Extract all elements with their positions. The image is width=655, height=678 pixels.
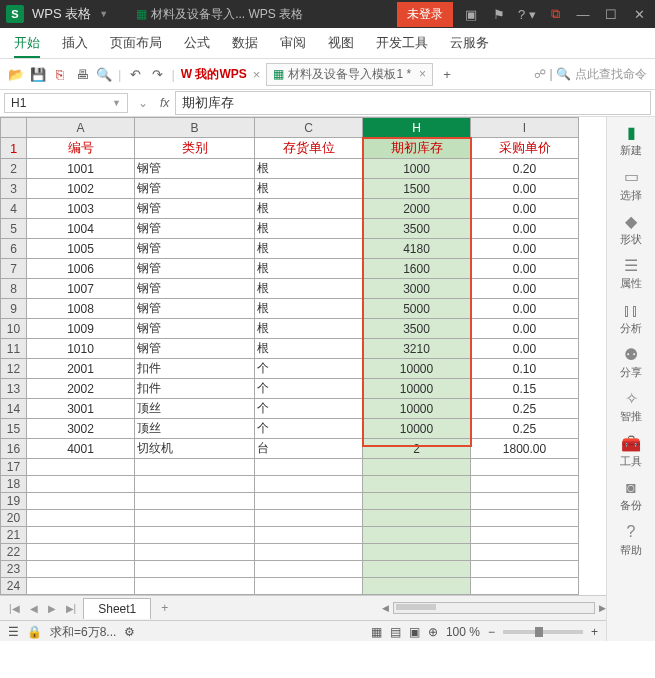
menu-item[interactable]: 视图: [328, 34, 354, 58]
cell[interactable]: [27, 527, 135, 544]
cell[interactable]: 0.00: [471, 299, 579, 319]
cell[interactable]: [27, 578, 135, 595]
cell[interactable]: 2000: [363, 199, 471, 219]
cell[interactable]: 钢管: [135, 159, 255, 179]
row-header[interactable]: 13: [1, 379, 27, 399]
cell[interactable]: 1010: [27, 339, 135, 359]
row-header[interactable]: 11: [1, 339, 27, 359]
cell[interactable]: [471, 510, 579, 527]
cell[interactable]: 根: [255, 199, 363, 219]
cell[interactable]: [471, 578, 579, 595]
cell[interactable]: [135, 476, 255, 493]
cell[interactable]: 3210: [363, 339, 471, 359]
cell[interactable]: 1007: [27, 279, 135, 299]
cell[interactable]: 1600: [363, 259, 471, 279]
hscroll-right-icon[interactable]: ▶: [599, 603, 606, 613]
cell[interactable]: 个: [255, 399, 363, 419]
row-header[interactable]: 16: [1, 439, 27, 459]
cell[interactable]: 3000: [363, 279, 471, 299]
header-cell[interactable]: 采购单价: [471, 138, 579, 159]
cell[interactable]: [255, 493, 363, 510]
cell[interactable]: 根: [255, 159, 363, 179]
cell[interactable]: 根: [255, 279, 363, 299]
cell[interactable]: 切纹机: [135, 439, 255, 459]
cell[interactable]: [363, 544, 471, 561]
cell[interactable]: 0.20: [471, 159, 579, 179]
view-page-icon[interactable]: ▤: [390, 625, 401, 639]
cell[interactable]: 1009: [27, 319, 135, 339]
menu-item[interactable]: 公式: [184, 34, 210, 58]
col-header[interactable]: H: [363, 118, 471, 138]
side-select[interactable]: ▭选择: [620, 167, 642, 201]
tab-close-icon[interactable]: ×: [253, 67, 261, 82]
cell[interactable]: 1008: [27, 299, 135, 319]
col-header[interactable]: C: [255, 118, 363, 138]
cell[interactable]: [363, 561, 471, 578]
cell[interactable]: [27, 510, 135, 527]
cell[interactable]: 1500: [363, 179, 471, 199]
cell[interactable]: 根: [255, 339, 363, 359]
cell[interactable]: [471, 561, 579, 578]
msg-icon[interactable]: ⚑: [489, 7, 509, 22]
sheet-nav-first-icon[interactable]: |◀: [6, 603, 23, 614]
cell[interactable]: 钢管: [135, 299, 255, 319]
cell[interactable]: [255, 544, 363, 561]
cell[interactable]: 顶丝: [135, 419, 255, 439]
row-header[interactable]: 24: [1, 578, 27, 595]
cell[interactable]: 5000: [363, 299, 471, 319]
cell[interactable]: [363, 578, 471, 595]
cell[interactable]: [135, 510, 255, 527]
cell[interactable]: [135, 578, 255, 595]
cell[interactable]: 钢管: [135, 239, 255, 259]
cell[interactable]: 4001: [27, 439, 135, 459]
cell[interactable]: 2001: [27, 359, 135, 379]
cell[interactable]: 钢管: [135, 179, 255, 199]
row-header[interactable]: 19: [1, 493, 27, 510]
cell[interactable]: 钢管: [135, 319, 255, 339]
menu-item[interactable]: 云服务: [450, 34, 489, 58]
cell[interactable]: [363, 476, 471, 493]
cell[interactable]: 0.00: [471, 319, 579, 339]
overflow-icon[interactable]: ⧉: [545, 6, 565, 22]
zoom-slider[interactable]: [503, 630, 583, 634]
cell[interactable]: 0.00: [471, 279, 579, 299]
side-analyze[interactable]: ⫿⫿分析: [620, 301, 642, 335]
cell[interactable]: 1004: [27, 219, 135, 239]
cell[interactable]: 1002: [27, 179, 135, 199]
cell[interactable]: [255, 510, 363, 527]
cell[interactable]: 根: [255, 219, 363, 239]
app-menu-drop-icon[interactable]: ▼: [99, 9, 108, 19]
name-box[interactable]: H1▼: [4, 93, 128, 113]
side-smart[interactable]: ✧智推: [620, 389, 642, 423]
skin-icon[interactable]: ▣: [461, 7, 481, 22]
print-icon[interactable]: 🖶: [74, 67, 90, 82]
row-header[interactable]: 10: [1, 319, 27, 339]
cell[interactable]: 4180: [363, 239, 471, 259]
cell[interactable]: 10000: [363, 399, 471, 419]
row-header[interactable]: 18: [1, 476, 27, 493]
cell[interactable]: [363, 527, 471, 544]
row-header[interactable]: 8: [1, 279, 27, 299]
cell[interactable]: 1003: [27, 199, 135, 219]
undo-icon[interactable]: ↶: [127, 67, 143, 82]
sheet-tab[interactable]: Sheet1: [83, 598, 151, 619]
cell[interactable]: 10000: [363, 379, 471, 399]
row-header[interactable]: 9: [1, 299, 27, 319]
zoom-in-icon[interactable]: +: [591, 625, 598, 639]
cell[interactable]: 2002: [27, 379, 135, 399]
cell[interactable]: 钢管: [135, 339, 255, 359]
header-cell[interactable]: 存货单位: [255, 138, 363, 159]
cell[interactable]: 3500: [363, 319, 471, 339]
document-tab[interactable]: ▦材料及设备导入模板1 *×: [266, 63, 433, 86]
row-header[interactable]: 5: [1, 219, 27, 239]
cell[interactable]: 钢管: [135, 279, 255, 299]
side-prop[interactable]: ☰属性: [620, 256, 642, 290]
col-header[interactable]: I: [471, 118, 579, 138]
cell[interactable]: [471, 459, 579, 476]
row-header[interactable]: 14: [1, 399, 27, 419]
menu-item[interactable]: 插入: [62, 34, 88, 58]
add-sheet-icon[interactable]: +: [155, 601, 174, 615]
help-drop-icon[interactable]: ? ▾: [517, 7, 537, 22]
cell[interactable]: 根: [255, 319, 363, 339]
cell[interactable]: 0.00: [471, 179, 579, 199]
